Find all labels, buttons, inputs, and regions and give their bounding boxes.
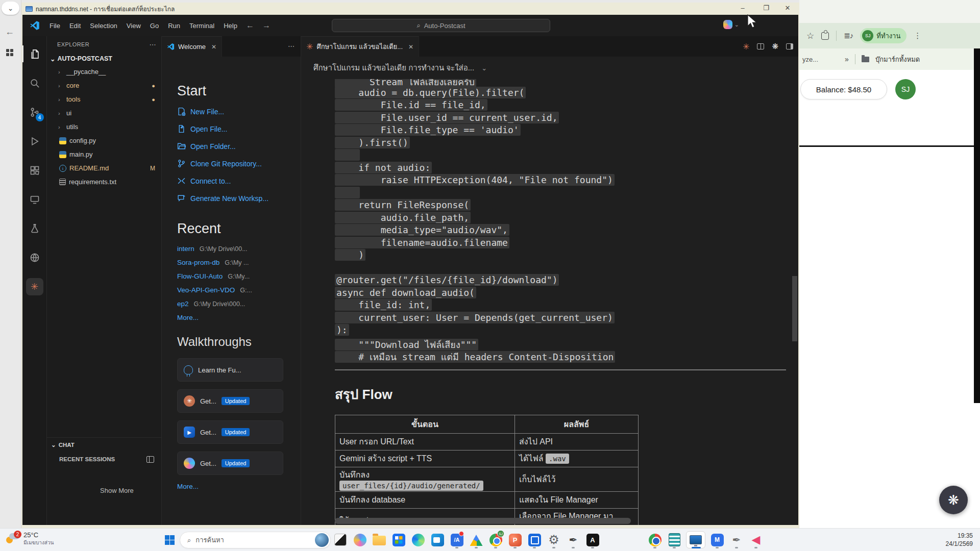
quill-app-icon[interactable]: ✒ [566, 531, 581, 548]
generate-workspace-link[interactable]: Generate New Worksp... [177, 194, 301, 203]
run-debug-icon[interactable] [22, 127, 47, 156]
collapse-button[interactable]: ⌄ [2, 2, 19, 15]
pink-media-icon[interactable]: ◀ [748, 531, 764, 548]
close-icon[interactable]: ✕ [780, 4, 795, 12]
show-more-link[interactable]: Show More [100, 487, 134, 494]
recent-item[interactable]: ep2 G:\My Drive\000... [177, 300, 301, 308]
command-search-box[interactable]: ⌕ Auto-Postcast [332, 19, 550, 32]
tree-item-readme-md[interactable]: i README.md M [47, 161, 161, 175]
chat-title-bar[interactable]: ศึกษาโปแกรม แล้วขอไอเดีย การทำงาน จะใส่อ… [301, 57, 798, 79]
powerpoint-icon[interactable]: P [507, 531, 523, 548]
bookmarks-overflow-icon[interactable]: » [845, 55, 849, 63]
ms-store-icon[interactable] [391, 531, 406, 548]
remote-desktop-icon[interactable] [686, 531, 705, 548]
grid-dots-icon[interactable] [6, 49, 9, 52]
walkthrough-card-terminal[interactable]: ▶ Get... Updated [177, 420, 283, 444]
layout-panel-icon[interactable] [786, 43, 793, 49]
extensions-icon[interactable] [22, 156, 47, 185]
open-folder-link[interactable]: Open Folder... [177, 142, 301, 151]
tree-item-config-py[interactable]: config.py [47, 134, 161, 147]
tree-item-utils[interactable]: › utils [47, 120, 161, 134]
bing-daily-image[interactable] [315, 533, 329, 547]
back-arrow-icon[interactable]: ← [5, 27, 14, 37]
teal-notes-icon[interactable] [667, 531, 682, 548]
menu-terminal[interactable]: Terminal [185, 22, 219, 30]
chrome-blue-icon[interactable] [647, 531, 663, 548]
tree-item-pycache[interactable]: › __pycache__ [47, 65, 161, 79]
copilot-icon[interactable] [352, 531, 368, 548]
bookmark-item[interactable]: yze... [802, 56, 818, 63]
source-control-icon[interactable]: 4 [22, 97, 47, 127]
remote-icon[interactable] [22, 185, 47, 214]
copilot-menu[interactable]: ⌄ [723, 20, 739, 29]
recent-item[interactable]: intern G:\My Drive\00... [177, 245, 301, 253]
close-icon[interactable]: ✕ [408, 43, 413, 51]
tree-item-ui[interactable]: › ui [47, 106, 161, 120]
split-panel-icon[interactable] [146, 456, 154, 463]
m-blue-app-icon[interactable]: M [709, 531, 725, 548]
walkthrough-card-learn[interactable]: Learn the Fu... [177, 358, 283, 382]
outlook-icon[interactable] [430, 531, 445, 548]
tree-root-auto-postcast[interactable]: ⌄ AUTO-POSTCAST [47, 53, 161, 65]
blue-app-icon[interactable] [527, 531, 542, 548]
edge-icon[interactable] [410, 531, 426, 548]
menu-go[interactable]: Go [145, 22, 163, 30]
recent-more-link[interactable]: More... [177, 314, 301, 321]
chatgpt-bubble[interactable]: ❋ [939, 486, 968, 514]
menu-run[interactable]: Run [163, 22, 185, 30]
new-file-link[interactable]: New File... [177, 107, 301, 116]
tab-search-icon[interactable]: ≣♪ [844, 31, 853, 40]
bookmark-star-icon[interactable]: ☆ [806, 31, 814, 41]
chat-section-header[interactable]: ⌄ CHAT [47, 438, 161, 452]
nav-back-icon[interactable]: ← [242, 21, 258, 30]
menu-edit[interactable]: Edit [65, 22, 85, 30]
minimize-icon[interactable]: – [735, 4, 750, 12]
menu-selection[interactable]: Selection [85, 22, 121, 30]
quill-app-2-icon[interactable]: ✒ [729, 531, 744, 548]
horizontal-scrollbar[interactable] [335, 518, 631, 524]
rdp-titlebar[interactable]: namnan.thddns.net - การเชื่อมต่อเดสก์ท็อ… [21, 3, 799, 15]
browser-profile-chip[interactable]: SJ ที่ทำงาน [860, 28, 906, 43]
claude-icon[interactable]: ✳ [743, 42, 749, 52]
tab-claude-chat[interactable]: ✳ ศึกษาโปแกรม แล้วขอไอเดีย... ✕ [301, 36, 419, 57]
chrome-icon[interactable]: SJ [488, 531, 503, 548]
tree-item-main-py[interactable]: main.py [47, 147, 161, 161]
google-drive-icon[interactable] [469, 531, 484, 548]
recent-sessions-header[interactable]: RECENT SESSIONS [47, 452, 161, 466]
tab-welcome[interactable]: Welcome ✕ [162, 36, 222, 57]
web-icon[interactable] [22, 243, 47, 272]
tree-item-core[interactable]: › core ● [47, 79, 161, 92]
menu-file[interactable]: File [45, 22, 65, 30]
menu-view[interactable]: View [122, 22, 145, 30]
search-icon[interactable] [22, 68, 47, 97]
connect-to-link[interactable]: Connect to... [177, 177, 301, 185]
taskbar-clock[interactable]: 19:35 24/1/2569 [946, 532, 973, 548]
walkthrough-card-copilot[interactable]: Get... Updated [177, 452, 283, 475]
close-icon[interactable]: ✕ [211, 43, 216, 51]
claude-panel-icon[interactable]: ✳ [22, 272, 47, 301]
recent-item[interactable]: Veo-API-Gen-VDO G:... [177, 286, 301, 294]
task-view-icon[interactable] [333, 531, 348, 548]
testing-icon[interactable] [22, 214, 47, 243]
recent-item[interactable]: Sora-prom-db G:\My ... [177, 259, 301, 266]
extensions-icon[interactable] [821, 32, 829, 40]
recent-item[interactable]: Flow-GUI-Auto G:\My... [177, 272, 301, 280]
kebab-menu-icon[interactable]: ⋮ [914, 31, 921, 40]
settings-gear-icon[interactable]: ⚙ [546, 531, 561, 548]
a-doc-app-icon[interactable]: /A [449, 531, 464, 548]
explorer-more-icon[interactable]: ⋯ [150, 41, 156, 48]
weather-widget[interactable]: 2 25°C มีเมฆบางส่วน [6, 531, 54, 546]
taskbar-search[interactable]: ⌕ การค้นหา [180, 532, 331, 548]
explorer-icon[interactable] [22, 39, 47, 68]
walkthroughs-more-link[interactable]: More... [177, 483, 301, 490]
nav-forward-icon[interactable]: → [258, 21, 275, 30]
clone-git-link[interactable]: Clone Git Repository... [177, 159, 301, 168]
tree-item-tools[interactable]: › tools ● [47, 92, 161, 106]
menu-help[interactable]: Help [219, 22, 242, 30]
vertical-scrollbar[interactable] [792, 276, 797, 341]
file-explorer-icon[interactable] [372, 531, 387, 548]
dark-a-app-icon[interactable]: A [585, 531, 600, 548]
split-editor-icon[interactable] [757, 43, 764, 49]
walkthrough-card-claude[interactable]: ✳ Get... Updated [177, 389, 283, 413]
start-button[interactable] [165, 535, 175, 545]
